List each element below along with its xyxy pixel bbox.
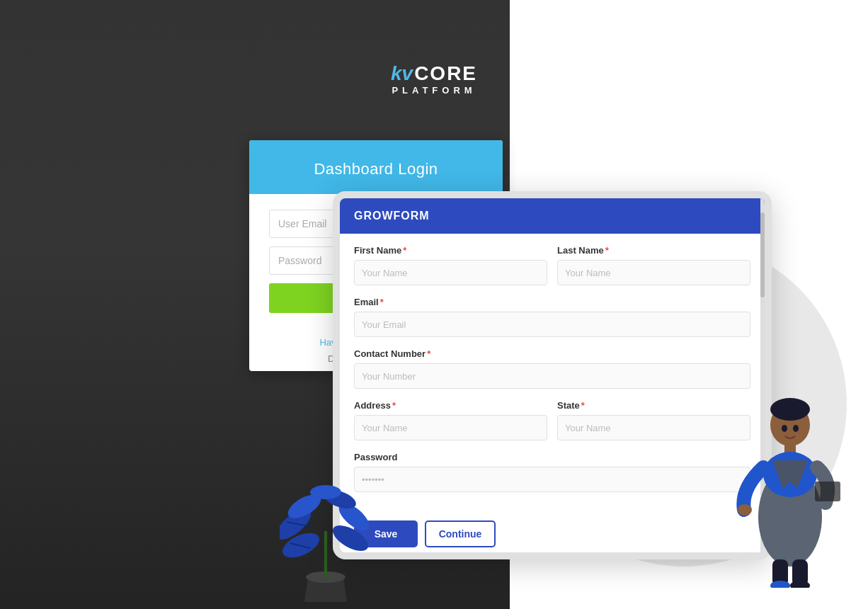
- growform-password-input[interactable]: [354, 467, 750, 492]
- form-buttons: Save Continue: [340, 515, 765, 559]
- name-row: First Name* Last Name*: [354, 245, 750, 285]
- email-field[interactable]: [354, 312, 750, 337]
- email-label: Email*: [354, 297, 750, 307]
- state-group: State*: [557, 400, 750, 440]
- continue-button[interactable]: Continue: [425, 520, 496, 547]
- contact-group: Contact Number*: [354, 348, 750, 389]
- logo: kv CORE: [391, 64, 477, 84]
- svg-point-2: [770, 398, 810, 421]
- logo-core: CORE: [414, 64, 477, 84]
- logo-platform: PLATFORM: [392, 85, 476, 96]
- email-row: Email*: [354, 297, 750, 337]
- state-label: State*: [557, 400, 750, 411]
- last-name-label: Last Name*: [557, 245, 750, 256]
- first-name-input[interactable]: [354, 260, 547, 285]
- address-group: Address*: [354, 400, 547, 440]
- logo-area: kv CORE PLATFORM: [391, 64, 477, 96]
- plant-illustration: [280, 467, 372, 609]
- contact-row: Contact Number*: [354, 348, 750, 389]
- contact-input[interactable]: [354, 363, 750, 389]
- svg-rect-3: [784, 443, 796, 453]
- tablet-device: GROWFORM First Name* Last Name* Emai: [333, 191, 772, 559]
- login-header: Dashboard Login: [249, 140, 503, 194]
- state-input[interactable]: [557, 415, 750, 440]
- svg-point-11: [782, 425, 787, 432]
- address-row: Address* State*: [354, 400, 750, 440]
- scrollbar-thumb[interactable]: [760, 212, 765, 297]
- svg-point-21: [310, 485, 341, 499]
- last-name-input[interactable]: [557, 260, 750, 285]
- growform-body: First Name* Last Name* Email*: [340, 234, 765, 515]
- password-row: Password: [354, 452, 750, 492]
- svg-point-12: [793, 425, 799, 432]
- svg-rect-5: [815, 482, 840, 501]
- person-illustration: [733, 304, 847, 588]
- email-group: Email*: [354, 297, 750, 337]
- svg-point-6: [738, 504, 752, 516]
- last-name-group: Last Name*: [557, 245, 750, 285]
- growform-header: GROWFORM: [340, 198, 765, 234]
- first-name-group: First Name*: [354, 245, 547, 285]
- password-group: Password: [354, 452, 750, 492]
- contact-label: Contact Number*: [354, 348, 750, 359]
- first-name-label: First Name*: [354, 245, 547, 256]
- address-label: Address*: [354, 400, 547, 411]
- login-title: Dashboard Login: [263, 160, 489, 178]
- logo-kv: kv: [391, 64, 413, 84]
- growform-title: GROWFORM: [354, 210, 430, 222]
- address-input[interactable]: [354, 415, 547, 440]
- password-label: Password: [354, 452, 750, 462]
